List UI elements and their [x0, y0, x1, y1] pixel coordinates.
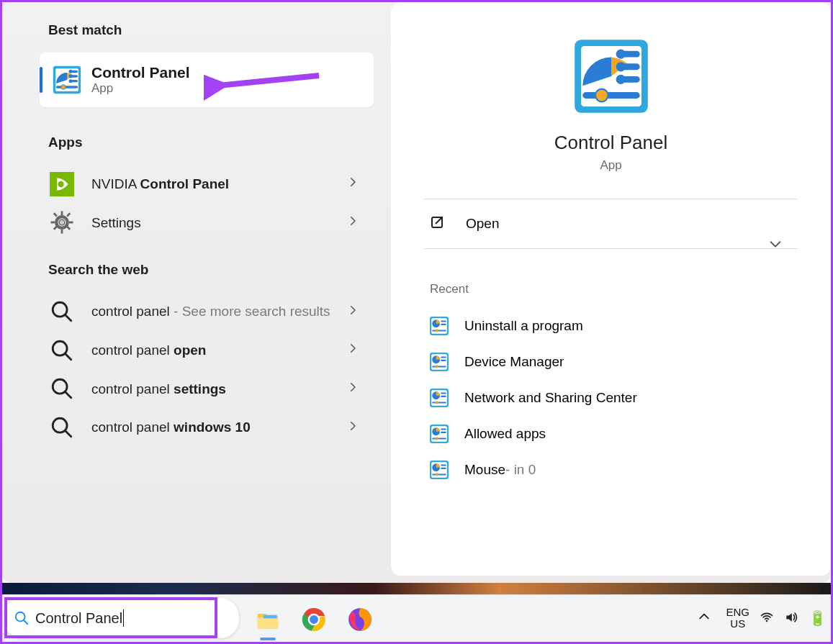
preview-subtitle: App [600, 158, 621, 173]
taskbar-search-box[interactable]: Control Panel [4, 598, 239, 638]
web-result-text: control panel [91, 343, 174, 358]
control-panel-icon [430, 317, 449, 335]
search-icon [50, 299, 74, 324]
battery-icon[interactable]: 🔋 [809, 609, 827, 627]
taskbar-chrome[interactable] [297, 603, 330, 636]
apps-heading: Apps [2, 114, 381, 165]
web-result-0[interactable]: control panel - See more search results [2, 292, 374, 331]
recent-item-0[interactable]: Uninstall a program [413, 308, 809, 344]
recent-suffix: - in 0 [505, 462, 536, 478]
web-result-text: control panel [91, 419, 174, 435]
search-results-flyout: Best match Control Panel App Apps NVIDIA… [2, 2, 831, 583]
control-panel-icon [430, 353, 449, 371]
text-caret [123, 609, 124, 627]
best-match-subtitle: App [91, 81, 190, 96]
taskbar: Control Panel ENG US 🔋 [2, 583, 831, 642]
web-result-3[interactable]: control panel windows 10 [2, 408, 374, 447]
control-panel-icon [53, 65, 81, 94]
taskbar-active-indicator [260, 638, 276, 640]
web-result-1[interactable]: control panel open [2, 331, 374, 370]
divider [424, 248, 798, 249]
search-icon [14, 610, 30, 626]
gear-icon [50, 210, 74, 235]
apps-result-bold: Control Panel [140, 176, 230, 191]
chevron-right-icon[interactable] [346, 381, 362, 397]
nvidia-icon [50, 172, 74, 196]
web-result-text: control panel [91, 304, 170, 319]
system-tray: ENG US 🔋 [693, 594, 827, 642]
recent-label: Allowed apps [464, 426, 546, 442]
speaker-icon[interactable] [784, 610, 798, 627]
tray-overflow-chevron-icon[interactable] [693, 609, 716, 627]
apps-result-settings[interactable]: Settings [2, 204, 374, 242]
recent-label: Uninstall a program [464, 318, 583, 334]
preview-title: Control Panel [554, 132, 668, 154]
recent-item-1[interactable]: Device Manager [413, 344, 809, 380]
search-icon [50, 338, 74, 363]
desktop-wallpaper [2, 583, 831, 594]
recent-heading: Recent [413, 249, 809, 308]
search-web-heading: Search the web [2, 242, 381, 292]
control-panel-icon [430, 425, 449, 443]
web-result-text: control panel [91, 381, 174, 396]
web-result-bold: windows 10 [174, 419, 251, 435]
selection-indicator [40, 67, 42, 93]
search-icon [50, 376, 74, 401]
recent-item-3[interactable]: Allowed apps [413, 416, 809, 452]
recent-item-2[interactable]: Network and Sharing Center [413, 380, 809, 416]
recent-label: Network and Sharing Center [464, 390, 637, 406]
apps-result-prefix: Settings [91, 215, 141, 230]
apps-result-prefix: NVIDIA [91, 176, 140, 191]
control-panel-icon [430, 461, 449, 479]
web-result-bold: open [174, 343, 206, 358]
control-panel-icon [573, 38, 649, 114]
open-label: Open [466, 216, 499, 232]
chevron-down-icon[interactable] [767, 236, 783, 256]
preview-pane: Control Panel App Open Recent Uninstall … [391, 2, 831, 576]
search-query-text: Control Panel [35, 610, 122, 627]
open-action[interactable]: Open [413, 199, 809, 248]
wifi-icon[interactable] [760, 610, 774, 627]
taskbar-firefox[interactable] [343, 603, 377, 636]
apps-result-nvidia[interactable]: NVIDIA Control Panel [2, 165, 374, 204]
control-panel-icon [430, 389, 449, 407]
web-result-suffix: - See more search results [170, 304, 330, 319]
chevron-right-icon[interactable] [346, 342, 362, 358]
recent-item-4[interactable]: Mouse - in 0 [413, 452, 809, 488]
recent-label: Device Manager [464, 354, 564, 370]
preview-hero: Control Panel App [413, 17, 809, 199]
language-indicator[interactable]: ENG US [726, 607, 749, 630]
chevron-right-icon[interactable] [346, 214, 362, 231]
best-match-title: Control Panel [91, 64, 190, 81]
lang-bottom: US [726, 618, 749, 630]
best-match-result[interactable]: Control Panel App [40, 53, 374, 107]
taskbar-file-explorer[interactable] [251, 603, 284, 636]
search-icon [50, 415, 74, 440]
chevron-right-icon[interactable] [346, 419, 362, 436]
recent-label: Mouse [464, 462, 505, 478]
lang-top: ENG [726, 607, 749, 619]
chevron-right-icon[interactable] [346, 304, 362, 320]
chevron-right-icon[interactable] [346, 176, 362, 192]
best-match-heading: Best match [2, 2, 381, 53]
results-left-pane: Best match Control Panel App Apps NVIDIA… [2, 2, 391, 583]
open-external-icon [430, 215, 447, 232]
web-result-bold: settings [174, 381, 226, 396]
web-result-2[interactable]: control panel settings [2, 370, 374, 409]
